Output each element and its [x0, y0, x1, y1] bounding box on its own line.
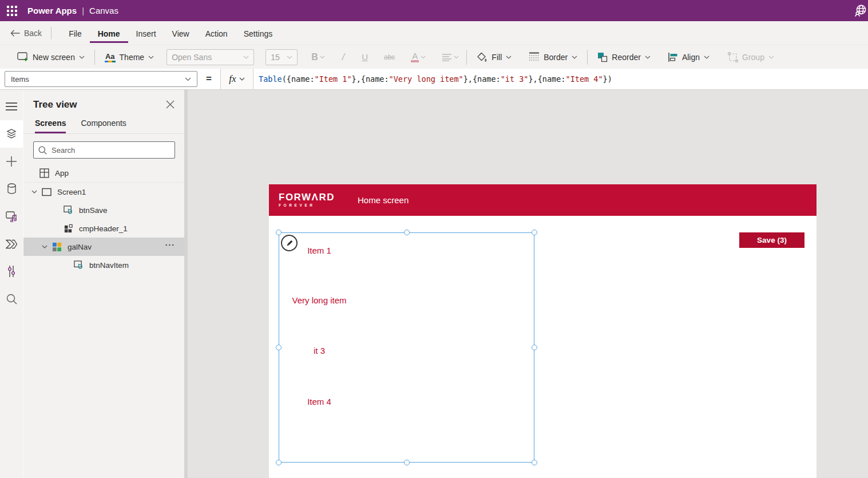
menu-home[interactable]: Home [90, 23, 128, 43]
theme-aa-icon: Aa [105, 52, 116, 62]
rail-insert-button[interactable] [0, 148, 23, 175]
resize-handle-bottom-left[interactable] [276, 460, 282, 465]
resize-handle-middle-left[interactable] [276, 345, 282, 350]
menu-file[interactable]: File [61, 23, 90, 43]
canvas-workspace[interactable]: FORWΛRD FOREVER Home screen Save (3) [188, 90, 868, 478]
sliders-icon [7, 266, 16, 277]
resize-handle-top-middle[interactable] [404, 230, 410, 235]
app-header-component[interactable]: FORWΛRD FOREVER Home screen [269, 184, 817, 216]
chevron-down-icon [704, 56, 710, 59]
resize-handle-top-left[interactable] [276, 230, 282, 235]
align-button[interactable]: Align [665, 53, 712, 62]
environment-globe-icon[interactable] [853, 3, 868, 18]
reorder-label: Reorder [612, 53, 641, 62]
toolbar-separator [587, 50, 588, 65]
close-panel-button[interactable] [166, 100, 175, 109]
search-box[interactable] [33, 141, 175, 159]
screen-icon [42, 187, 51, 197]
rail-advanced-tools-button[interactable] [0, 258, 23, 285]
left-rail [0, 90, 23, 478]
resize-handle-bottom-right[interactable] [532, 460, 537, 465]
node-more-button[interactable]: ... [165, 239, 175, 247]
save-button[interactable]: Save (3) [739, 232, 804, 248]
tree-node-cmpheader[interactable]: cmpHeader_1 [23, 219, 184, 238]
formula-token: "Very long item" [389, 74, 463, 84]
tree-node-app[interactable]: App [23, 164, 184, 183]
logo-line2: FOREVER [279, 204, 335, 208]
font-size-combo[interactable]: 15 [265, 49, 298, 65]
tree-list: App Screen1 btnSave [23, 164, 184, 274]
app-icon [39, 168, 49, 178]
forward-forever-logo: FORWΛRD FOREVER [279, 192, 335, 208]
resize-handle-top-right[interactable] [532, 230, 537, 235]
tree-node-galnav[interactable]: galNav ... [23, 238, 184, 256]
property-value: Items [11, 75, 185, 84]
pencil-icon [286, 239, 294, 247]
tree-node-btnnavitem[interactable]: btnNavItem [23, 256, 184, 274]
underline-button[interactable]: U [362, 52, 368, 62]
strikethrough-button[interactable]: abc [384, 53, 395, 61]
gallery-galnav-selected[interactable]: Item 1 Very long item it 3 Item 4 [279, 232, 534, 463]
edit-gallery-button[interactable] [281, 235, 298, 251]
bold-button[interactable]: B [311, 52, 325, 62]
gallery-item-button[interactable]: it 3 [314, 346, 325, 355]
tab-components[interactable]: Components [81, 118, 126, 133]
back-button[interactable]: Back [10, 29, 42, 38]
toolbar-separator [466, 50, 467, 65]
resize-handle-middle-right[interactable] [532, 345, 537, 350]
formula-token: Table [259, 74, 282, 84]
hamburger-icon [6, 102, 17, 110]
rail-power-automate-button[interactable] [0, 230, 23, 258]
new-screen-label: New screen [33, 53, 75, 62]
font-family-combo[interactable]: Open Sans [167, 49, 254, 65]
tree-node-label: btnNavItem [89, 261, 129, 270]
fx-button[interactable]: fx [220, 69, 253, 89]
font-color-button[interactable]: A [411, 52, 426, 62]
border-button[interactable]: Border [526, 52, 580, 62]
menu-insert[interactable]: Insert [128, 23, 164, 43]
rail-menu-button[interactable] [0, 93, 23, 120]
logo-line1: FORWΛRD [279, 192, 335, 202]
rail-tree-view-button[interactable] [0, 120, 23, 148]
italic-button[interactable]: / [342, 52, 344, 62]
tree-node-label: galNav [68, 243, 92, 251]
resize-handle-bottom-middle[interactable] [404, 460, 410, 465]
search-input[interactable] [51, 146, 170, 155]
gallery-item-button[interactable]: Item 4 [307, 397, 331, 406]
new-screen-button[interactable]: New screen [15, 52, 87, 62]
app-screen[interactable]: FORWΛRD FOREVER Home screen Save (3) [269, 184, 817, 478]
tab-screens[interactable]: Screens [35, 118, 66, 133]
chevron-down-icon [185, 77, 191, 81]
tree-node-screen1[interactable]: Screen1 [23, 183, 184, 201]
menu-settings[interactable]: Settings [236, 23, 281, 43]
rail-data-button[interactable] [0, 175, 23, 203]
menu-divider [51, 27, 51, 39]
waffle-icon[interactable] [6, 5, 18, 17]
gallery-item-button[interactable]: Item 1 [307, 246, 331, 255]
gallery-item-button[interactable]: Very long item [292, 295, 346, 305]
formula-token: ({name: [282, 74, 315, 84]
rail-search-button[interactable] [0, 285, 23, 313]
product-title: Power Apps | Canvas [27, 6, 118, 15]
chevron-down-icon [287, 56, 292, 59]
page-body: Tree view Screens Components [0, 90, 868, 478]
product-name[interactable]: Power Apps [27, 6, 77, 15]
tree-node-btnsave[interactable]: btnSave [23, 201, 184, 219]
text-align-button[interactable] [442, 53, 459, 61]
menu-view[interactable]: View [164, 23, 197, 43]
chevron-down-icon [148, 56, 154, 59]
reorder-icon [597, 52, 608, 62]
reorder-button[interactable]: Reorder [595, 52, 653, 62]
property-selector[interactable]: Items [5, 71, 197, 87]
chevron-down-icon [506, 56, 512, 59]
theme-label: Theme [120, 53, 145, 62]
menu-action[interactable]: Action [197, 23, 236, 43]
group-icon [728, 52, 738, 62]
close-icon [166, 100, 175, 109]
formula-input[interactable]: Table({name:"Item 1"},{name:"Very long i… [253, 69, 868, 89]
fill-button[interactable]: Fill [474, 52, 514, 62]
formula-token: }) [603, 74, 612, 84]
chevron-down-icon [645, 56, 651, 59]
rail-media-button[interactable] [0, 203, 23, 230]
theme-button[interactable]: Aa Theme [102, 52, 156, 62]
